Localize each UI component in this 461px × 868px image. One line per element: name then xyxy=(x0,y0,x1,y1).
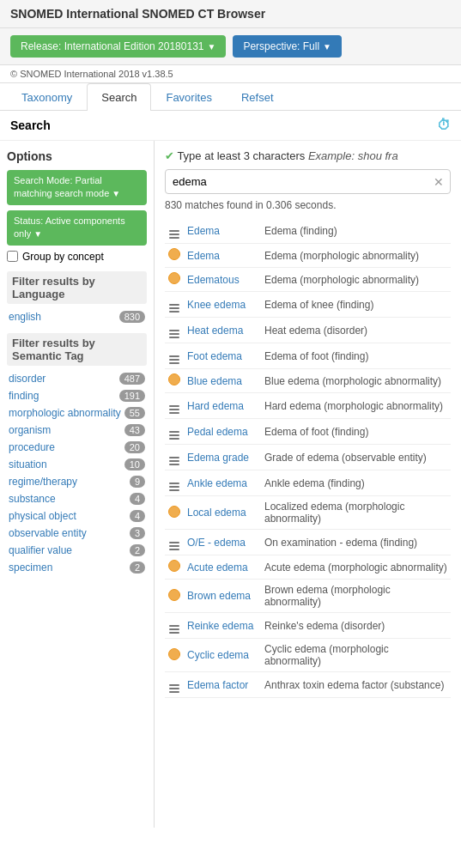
table-row[interactable]: Edema Edema (morphologic abnormality) xyxy=(165,244,451,268)
icon-cell xyxy=(165,318,184,343)
content-area: ✔ Type at least 3 characters Example: sh… xyxy=(155,141,461,828)
icon-cell xyxy=(165,244,184,268)
table-row[interactable]: Hard edema Hard edema (morphologic abnor… xyxy=(165,393,451,419)
table-row[interactable]: O/E - edema On examination - edema (find… xyxy=(165,530,451,555)
table-row[interactable]: Knee edema Edema of knee (finding) xyxy=(165,292,451,318)
concept-description: Blue edema (morphologic abnormality) xyxy=(261,369,451,393)
tab-favorites[interactable]: Favorites xyxy=(151,83,226,111)
semantic-filter-link[interactable]: physical object xyxy=(9,510,76,522)
semantic-filter-link[interactable]: qualifier value xyxy=(9,544,72,556)
table-row[interactable]: Blue edema Blue edema (morphologic abnor… xyxy=(165,369,451,393)
concept-name[interactable]: Knee edema xyxy=(184,292,261,318)
icon-cell xyxy=(165,555,184,580)
tab-refset[interactable]: Refset xyxy=(227,83,288,111)
semantic-filter-link[interactable]: finding xyxy=(9,390,39,402)
icon-cell xyxy=(165,613,184,639)
table-row[interactable]: Ankle edema Ankle edema (finding) xyxy=(165,470,451,496)
semantic-filter-link[interactable]: specimen xyxy=(9,561,52,574)
concept-circle-icon xyxy=(168,373,180,385)
semantic-filter-link[interactable]: regime/therapy xyxy=(9,476,77,488)
semantic-filter-badge: 9 xyxy=(130,476,145,488)
perspective-caret-icon: ▼ xyxy=(323,42,331,52)
concept-name[interactable]: Edematous xyxy=(184,268,261,292)
semantic-filter-link[interactable]: observable entity xyxy=(9,527,87,539)
concept-description: Reinke's edema (disorder) xyxy=(261,613,451,639)
version-info: © SNOMED International 2018 v1.38.5 xyxy=(0,65,461,83)
table-row[interactable]: Brown edema Brown edema (morphologic abn… xyxy=(165,580,451,613)
semantic-filter-badge: 2 xyxy=(130,544,145,556)
icon-cell xyxy=(165,343,184,369)
search-mode-button[interactable]: Search Mode: Partial matching search mod… xyxy=(7,170,147,205)
semantic-filter-observable-entity: observable entity 3 xyxy=(7,525,147,541)
release-button[interactable]: Release: International Edition 20180131 … xyxy=(10,35,226,58)
concept-name[interactable]: Heat edema xyxy=(184,318,261,343)
concept-description: Cyclic edema (morphologic abnormality) xyxy=(261,639,451,672)
clear-search-icon[interactable]: ✕ xyxy=(434,175,444,189)
perspective-button[interactable]: Perspective: Full ▼ xyxy=(233,35,342,58)
toolbar: Release: International Edition 20180131 … xyxy=(0,28,461,65)
table-row[interactable]: Cyclic edema Cyclic edema (morphologic a… xyxy=(165,639,451,672)
semantic-filter-link[interactable]: organism xyxy=(9,424,51,436)
search-box-wrapper: ✕ xyxy=(165,169,451,194)
semantic-filter-organism: organism 43 xyxy=(7,422,147,438)
icon-cell xyxy=(165,419,184,445)
semantic-filter-link[interactable]: situation xyxy=(9,458,47,470)
concept-name[interactable]: O/E - edema xyxy=(184,530,261,555)
group-by-concept-row: Group by concept xyxy=(7,251,147,263)
search-input[interactable] xyxy=(165,169,451,194)
concept-name[interactable]: Edema xyxy=(184,244,261,268)
table-row[interactable]: Edema grade Grade of edema (observable e… xyxy=(165,445,451,470)
concept-name[interactable]: Acute edema xyxy=(184,555,261,580)
concept-description: Edema (morphologic abnormality) xyxy=(261,268,451,292)
concept-name[interactable]: Edema factor xyxy=(184,672,261,698)
concept-description: Acute edema (morphologic abnormality) xyxy=(261,555,451,580)
language-filter-english: english 830 xyxy=(7,309,147,325)
table-row[interactable]: Edematous Edema (morphologic abnormality… xyxy=(165,268,451,292)
semantic-filter-link[interactable]: morphologic abnormality xyxy=(9,407,121,419)
concept-lines-icon xyxy=(169,304,179,313)
table-row[interactable]: Heat edema Heat edema (disorder) xyxy=(165,318,451,343)
concept-name[interactable]: Edema grade xyxy=(184,445,261,470)
table-row[interactable]: Edema Edema (finding) xyxy=(165,218,451,244)
concept-circle-icon xyxy=(168,506,180,518)
concept-circle-icon xyxy=(168,272,180,284)
concept-name[interactable]: Cyclic edema xyxy=(184,639,261,672)
tab-search[interactable]: Search xyxy=(87,83,151,111)
concept-name[interactable]: Ankle edema xyxy=(184,470,261,496)
concept-name[interactable]: Brown edema xyxy=(184,580,261,613)
search-mode-label: Search Mode: Partial matching search mod… xyxy=(14,175,109,198)
language-english-link[interactable]: english xyxy=(9,311,41,323)
table-row[interactable]: Foot edema Edema of foot (finding) xyxy=(165,343,451,369)
status-button[interactable]: Status: Active components only ▼ xyxy=(7,210,147,246)
release-caret-icon: ▼ xyxy=(208,42,216,52)
semantic-filter-regime/therapy: regime/therapy 9 xyxy=(7,474,147,489)
semantic-filter-badge: 3 xyxy=(130,527,145,539)
concept-name[interactable]: Blue edema xyxy=(184,369,261,393)
semantic-filter-link[interactable]: procedure xyxy=(9,441,55,453)
filter-by-language-title: Filter results by Language xyxy=(7,271,147,304)
group-by-concept-checkbox[interactable] xyxy=(7,251,18,262)
semantic-filter-link[interactable]: disorder xyxy=(9,373,45,385)
concept-name[interactable]: Edema xyxy=(184,218,261,244)
filter-by-semantic-tag-title: Filter results by Semantic Tag xyxy=(7,333,147,366)
table-row[interactable]: Local edema Localized edema (morphologic… xyxy=(165,496,451,530)
table-row[interactable]: Reinke edema Reinke's edema (disorder) xyxy=(165,613,451,639)
semantic-filter-badge: 55 xyxy=(124,407,145,419)
status-caret-icon: ▼ xyxy=(33,229,42,239)
concept-description: Grade of edema (observable entity) xyxy=(261,445,451,470)
concept-name[interactable]: Hard edema xyxy=(184,393,261,419)
table-row[interactable]: Pedal edema Edema of foot (finding) xyxy=(165,419,451,445)
concept-name[interactable]: Foot edema xyxy=(184,343,261,369)
concept-name[interactable]: Pedal edema xyxy=(184,419,261,445)
history-icon[interactable]: ⏱ xyxy=(437,118,451,133)
tab-taxonomy[interactable]: Taxonomy xyxy=(7,83,87,111)
table-row[interactable]: Edema factor Anthrax toxin edema factor … xyxy=(165,672,451,698)
semantic-filter-link[interactable]: substance xyxy=(9,493,56,505)
search-mode-caret-icon: ▼ xyxy=(112,189,120,198)
concept-name[interactable]: Reinke edema xyxy=(184,613,261,639)
icon-cell xyxy=(165,639,184,672)
results-table: Edema Edema (finding) Edema Edema (morph… xyxy=(165,218,451,698)
concept-description: Hard edema (morphologic abnormality) xyxy=(261,393,451,419)
table-row[interactable]: Acute edema Acute edema (morphologic abn… xyxy=(165,555,451,580)
concept-name[interactable]: Local edema xyxy=(184,496,261,530)
